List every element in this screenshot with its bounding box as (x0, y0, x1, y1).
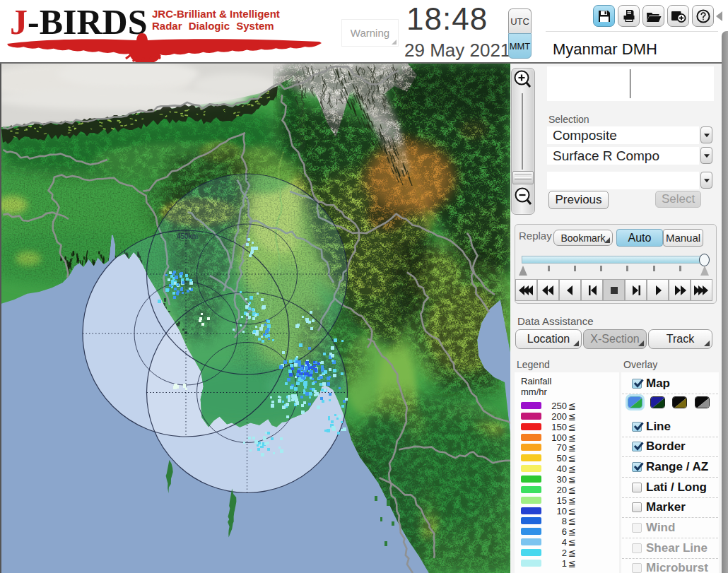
svg-text:J-BIRDS: J-BIRDS (10, 2, 147, 42)
svg-text:450km: 450km (177, 232, 198, 240)
svg-text:JRC-Brilliant & Intelligent: JRC-Brilliant & Intelligent (152, 8, 280, 20)
svg-text:Radar Dialogic System: Radar Dialogic System (152, 20, 274, 32)
